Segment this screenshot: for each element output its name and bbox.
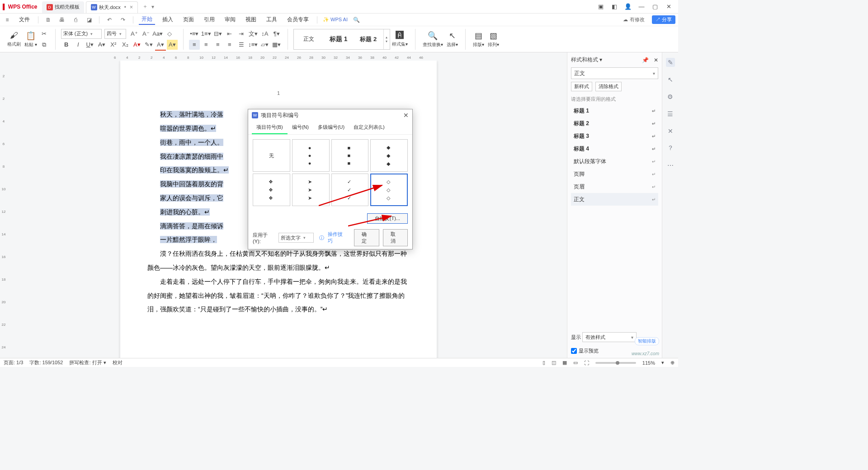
arrange-button[interactable]: ▧排列▾ bbox=[486, 31, 501, 48]
superscript-icon[interactable]: X² bbox=[108, 40, 119, 50]
file-menu[interactable]: 文件 bbox=[16, 15, 33, 24]
view-outline-icon[interactable]: ◫ bbox=[552, 360, 556, 366]
style-set-button[interactable]: 🅰样式集▾ bbox=[390, 31, 410, 47]
style-h2[interactable]: 标题 2 bbox=[354, 30, 382, 48]
style-item[interactable]: 标题 1↵ bbox=[571, 104, 658, 117]
style-item[interactable]: 默认段落字体↵ bbox=[571, 155, 658, 168]
align-right-icon[interactable]: ≡ bbox=[212, 40, 223, 50]
find-replace-button[interactable]: 🔍查找替换▾ bbox=[421, 31, 445, 48]
close-button[interactable]: ✕ bbox=[662, 3, 675, 10]
style-item[interactable]: 正文↵ bbox=[571, 193, 658, 206]
show-marks-icon[interactable]: ¶▾ bbox=[271, 29, 282, 39]
bullet-option[interactable]: ■■■ bbox=[331, 139, 369, 172]
pin-icon[interactable]: 📌 bbox=[642, 57, 649, 63]
ok-button[interactable]: 确定 bbox=[354, 229, 379, 246]
style-item[interactable]: 页脚↵ bbox=[571, 168, 658, 180]
view-read-icon[interactable]: ▭ bbox=[573, 360, 578, 366]
bold-icon[interactable]: B bbox=[61, 40, 72, 50]
align-left-icon[interactable]: ≡ bbox=[189, 40, 200, 50]
minimize-button[interactable]: — bbox=[635, 3, 648, 10]
text-effect-icon[interactable]: A▾ bbox=[132, 40, 142, 50]
avatar-icon[interactable]: 👤 bbox=[621, 3, 635, 10]
menu-vip[interactable]: 会员专享 bbox=[284, 15, 311, 24]
decrease-font-icon[interactable]: A⁻ bbox=[141, 29, 151, 39]
font-color-icon[interactable]: A▾ bbox=[155, 40, 166, 50]
format-painter-button[interactable]: 🖌格式刷 bbox=[5, 31, 23, 47]
print-icon[interactable]: 🖶 bbox=[57, 15, 66, 24]
underline-icon[interactable]: U▾ bbox=[85, 40, 95, 50]
subscript-icon[interactable]: X₂ bbox=[120, 40, 131, 50]
menu-view[interactable]: 视图 bbox=[243, 15, 259, 24]
zoom-value[interactable]: 115% bbox=[642, 360, 655, 366]
dialog-close-icon[interactable]: ✕ bbox=[403, 112, 409, 119]
increase-indent-icon[interactable]: ⇥ bbox=[236, 29, 247, 39]
layout-button[interactable]: ▤排版▾ bbox=[471, 31, 486, 48]
cube-icon[interactable]: ◧ bbox=[608, 3, 621, 10]
panel-close-icon[interactable]: ✕ bbox=[654, 57, 658, 63]
save-icon[interactable]: 🗎 bbox=[44, 15, 53, 24]
settings-slider-icon[interactable]: ⚙ bbox=[666, 92, 675, 101]
bullet-option[interactable]: ✓✓✓ bbox=[331, 174, 369, 206]
bullet-option[interactable]: ●●● bbox=[292, 139, 330, 172]
page-indicator[interactable]: 页面: 1/3 bbox=[4, 359, 23, 366]
horizontal-ruler[interactable]: 6422468101214161820222426283032343638404… bbox=[114, 52, 563, 61]
tab-multilevel[interactable]: 多级编号(U) bbox=[313, 121, 349, 134]
decrease-indent-icon[interactable]: ⇤ bbox=[224, 29, 235, 39]
menu-tools[interactable]: 工具 bbox=[264, 15, 280, 24]
tab-custom-list[interactable]: 自定义列表(L) bbox=[349, 121, 389, 134]
apply-to-select[interactable]: 所选文字▾ bbox=[278, 233, 314, 243]
dialog-titlebar[interactable]: W 项目符号和编号 ✕ bbox=[248, 109, 412, 121]
style-item[interactable]: 标题 3↵ bbox=[571, 130, 658, 142]
change-case-icon[interactable]: Aa▾ bbox=[152, 29, 163, 39]
word-count[interactable]: 字数: 159/1052 bbox=[29, 359, 63, 366]
bullet-option[interactable]: ◆◆◆ bbox=[370, 139, 408, 172]
menu-review[interactable]: 审阅 bbox=[222, 15, 238, 24]
style-item[interactable]: 标题 2↵ bbox=[571, 117, 658, 130]
search-icon[interactable]: 🔍 bbox=[352, 15, 361, 24]
share-button[interactable]: ↗ 分享 bbox=[652, 15, 675, 24]
bullet-list-icon[interactable]: •≡▾ bbox=[189, 29, 200, 39]
show-filter-select[interactable]: 有效样式▾ bbox=[582, 332, 637, 342]
text-highlight-icon[interactable]: A▾ bbox=[167, 40, 178, 50]
style-h1[interactable]: 标题 1 bbox=[325, 30, 353, 48]
select-button[interactable]: ↖选择▾ bbox=[445, 31, 460, 48]
smart-layout-badge[interactable]: 智能排版 bbox=[635, 337, 659, 345]
cancel-button[interactable]: 取消 bbox=[383, 229, 408, 246]
multi-window-icon[interactable]: ▣ bbox=[594, 3, 608, 10]
tips-link[interactable]: 操作技巧 bbox=[328, 231, 347, 244]
view-web-icon[interactable]: ▦ bbox=[562, 360, 567, 366]
tab-template-store[interactable]: D 找稻壳模板 bbox=[42, 1, 84, 13]
quick-print-icon[interactable]: ◪ bbox=[85, 15, 94, 24]
highlight-icon[interactable]: ✎▾ bbox=[143, 40, 154, 50]
new-style-button[interactable]: 新样式 bbox=[571, 82, 592, 91]
style-more-icon[interactable]: ▴▾ bbox=[383, 29, 390, 49]
maximize-button[interactable]: ▢ bbox=[648, 3, 662, 10]
align-justify-icon[interactable]: ≡ bbox=[224, 40, 235, 50]
view-pagelayout-icon[interactable]: ▯ bbox=[542, 360, 545, 366]
tab-document[interactable]: W 秋天.docx • × bbox=[86, 1, 138, 13]
pointer-icon[interactable]: ↖ bbox=[666, 75, 675, 84]
line-spacing-icon[interactable]: ↕≡▾ bbox=[248, 40, 259, 50]
cut-icon[interactable]: ✂ bbox=[39, 29, 50, 39]
style-item[interactable]: 页眉↵ bbox=[571, 180, 658, 193]
menu-reference[interactable]: 引用 bbox=[201, 15, 217, 24]
fit-page-icon[interactable]: ⊕ bbox=[670, 360, 675, 366]
tab-list-icon[interactable]: ▾ bbox=[151, 4, 154, 10]
wps-ai-brand[interactable]: ✨ WPS AI bbox=[323, 17, 348, 23]
tab-bullets[interactable]: 项目符号(B) bbox=[252, 121, 288, 134]
copy-icon[interactable]: ⧉ bbox=[39, 40, 50, 50]
bullet-option[interactable]: 无 bbox=[253, 139, 290, 172]
number-list-icon[interactable]: 1≡▾ bbox=[201, 29, 212, 39]
menu-start[interactable]: 开始 bbox=[139, 14, 155, 25]
zoom-menu-icon[interactable]: ▾ bbox=[661, 360, 664, 366]
clear-format-icon[interactable]: ◇ bbox=[164, 29, 175, 39]
font-size-select[interactable]: 四号▾ bbox=[104, 29, 126, 39]
menu-page[interactable]: 页面 bbox=[180, 15, 197, 24]
align-distribute-icon[interactable]: ☰ bbox=[236, 40, 247, 50]
sort-icon[interactable]: ↕A bbox=[259, 29, 270, 39]
borders-icon[interactable]: ▦▾ bbox=[271, 40, 282, 50]
tab-numbers[interactable]: 编号(N) bbox=[288, 121, 313, 134]
multilevel-list-icon[interactable]: ⊟▾ bbox=[212, 29, 223, 39]
menu-insert[interactable]: 插入 bbox=[160, 15, 176, 24]
align-center-icon[interactable]: ≡ bbox=[201, 40, 212, 50]
